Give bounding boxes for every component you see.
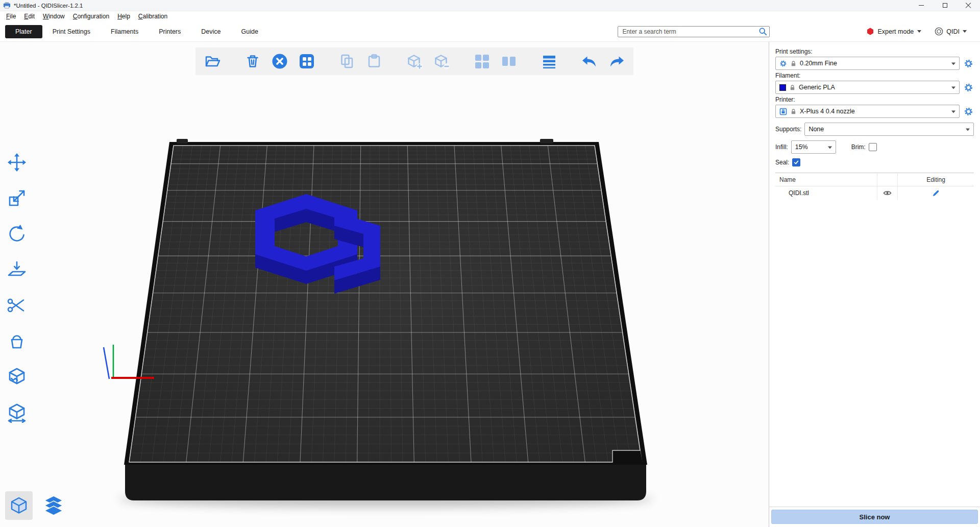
- search-input[interactable]: [622, 28, 758, 35]
- object-row[interactable]: QIDI.stl: [775, 186, 974, 200]
- scene-canvas: [0, 42, 768, 527]
- infill-combo[interactable]: 15%: [791, 140, 836, 154]
- 3d-viewport[interactable]: [0, 42, 769, 527]
- minimize-button[interactable]: [910, 0, 933, 11]
- filament-color-swatch: [779, 84, 786, 91]
- eye-icon: [883, 190, 892, 196]
- print-settings-gear-button[interactable]: [963, 58, 974, 69]
- layers-icon: [42, 494, 65, 517]
- gizmo-toolbar: [5, 151, 29, 424]
- supports-value: None: [808, 126, 824, 133]
- paint-supports-tool-button[interactable]: [5, 329, 29, 353]
- split-to-parts-button[interactable]: [500, 52, 518, 70]
- printer-value: X-Plus 4 0.4 nozzle: [800, 108, 855, 115]
- tab-filaments[interactable]: Filaments: [101, 25, 149, 38]
- menu-configuration[interactable]: Configuration: [69, 13, 113, 20]
- tab-guide[interactable]: Guide: [231, 25, 268, 38]
- plate-corner-notch: [612, 450, 643, 463]
- place-on-face-tool-button[interactable]: [5, 258, 29, 281]
- check-icon: [793, 159, 799, 165]
- menu-help[interactable]: Help: [113, 13, 134, 20]
- menu-calibration[interactable]: Calibration: [134, 13, 172, 20]
- close-button[interactable]: [957, 0, 980, 11]
- axis-z: [104, 347, 109, 379]
- menubar: File Edit Window Configuration Help Cali…: [0, 11, 980, 21]
- build-plate-surface: [129, 146, 642, 462]
- menu-file[interactable]: File: [2, 13, 20, 20]
- split-to-objects-button[interactable]: [473, 52, 491, 70]
- supports-combo[interactable]: None: [804, 123, 974, 136]
- measure-tool-button[interactable]: [5, 401, 29, 424]
- editor-view-button[interactable]: [5, 491, 33, 520]
- tab-device[interactable]: Device: [191, 25, 231, 38]
- search-box: [618, 26, 770, 37]
- printer-combo[interactable]: X-Plus 4 0.4 nozzle: [775, 105, 960, 118]
- printer-gear-button[interactable]: [963, 106, 974, 117]
- cut-tool-button[interactable]: [5, 294, 29, 317]
- filament-value: Generic PLA: [799, 84, 835, 91]
- plate-front-face: [125, 460, 646, 500]
- scale-tool-button[interactable]: [5, 186, 29, 210]
- rotate-tool-button[interactable]: [5, 222, 29, 246]
- paste-button[interactable]: [365, 52, 383, 70]
- visibility-eye-button[interactable]: [883, 190, 892, 196]
- remove-instance-button[interactable]: [432, 52, 451, 70]
- printer-label: Printer:: [775, 96, 974, 103]
- column-editing: Editing: [897, 173, 974, 186]
- search-icon[interactable]: [758, 27, 767, 36]
- tab-print-settings[interactable]: Print Settings: [42, 25, 101, 38]
- delete-all-button[interactable]: [271, 52, 289, 70]
- chevron-down-icon: [951, 86, 955, 91]
- tab-plater[interactable]: Plater: [5, 25, 42, 38]
- redo-button[interactable]: [607, 52, 626, 70]
- object-name: QIDI.stl: [775, 186, 877, 200]
- move-tool-button[interactable]: [5, 151, 29, 174]
- mode-selector[interactable]: Expert mode: [867, 28, 921, 35]
- chevron-down-icon: [966, 128, 970, 133]
- print-settings-value: 0.20mm Fine: [800, 60, 837, 67]
- printer-icon: [779, 108, 787, 115]
- filament-combo[interactable]: Generic PLA: [775, 81, 960, 94]
- filament-label: Filament:: [775, 72, 974, 79]
- variable-layer-height-button[interactable]: [540, 52, 558, 70]
- brim-label: Brim:: [851, 143, 866, 151]
- supports-label: Supports:: [775, 126, 801, 133]
- arrange-button[interactable]: [298, 52, 316, 70]
- object-list-header: Name Editing: [775, 173, 974, 186]
- copy-button[interactable]: [338, 52, 356, 70]
- seal-checkbox[interactable]: [792, 158, 800, 166]
- pencil-icon: [932, 189, 940, 197]
- account-menu[interactable]: QIDI: [935, 27, 967, 36]
- maximize-icon: [943, 3, 947, 8]
- edit-object-button[interactable]: [932, 189, 940, 197]
- minimize-icon: [919, 5, 924, 6]
- account-icon: [935, 27, 943, 36]
- gear-icon: [964, 83, 973, 92]
- brim-checkbox[interactable]: [869, 143, 877, 151]
- menu-window[interactable]: Window: [39, 13, 69, 20]
- add-instance-button[interactable]: [405, 52, 424, 70]
- filament-gear-button[interactable]: [963, 82, 974, 93]
- slice-now-button[interactable]: Slice now: [771, 510, 978, 524]
- cube-icon: [9, 496, 29, 515]
- delete-button[interactable]: [243, 52, 262, 70]
- seal-label: Seal:: [775, 159, 789, 166]
- chevron-down-icon: [917, 30, 921, 33]
- titlebar: *Untitled - QIDISlicer-1.2.1: [0, 0, 980, 11]
- preview-view-button[interactable]: [40, 491, 67, 520]
- sidebar: Print settings: 0.20mm Fine Filament: Ge…: [769, 42, 980, 527]
- open-file-button[interactable]: [203, 52, 222, 70]
- print-settings-combo[interactable]: 0.20mm Fine: [775, 57, 960, 70]
- column-name: Name: [775, 173, 877, 186]
- gear-icon: [964, 107, 973, 116]
- maximize-button[interactable]: [933, 0, 957, 11]
- fuzzy-skin-tool-button[interactable]: [5, 365, 29, 389]
- gear-icon: [779, 60, 787, 67]
- chevron-down-icon: [951, 62, 955, 67]
- chevron-down-icon: [951, 110, 955, 115]
- menu-edit[interactable]: Edit: [20, 13, 39, 20]
- undo-button[interactable]: [580, 52, 599, 70]
- plate-clip: [177, 139, 188, 143]
- tab-printers[interactable]: Printers: [149, 25, 191, 38]
- infill-label: Infill:: [775, 143, 788, 151]
